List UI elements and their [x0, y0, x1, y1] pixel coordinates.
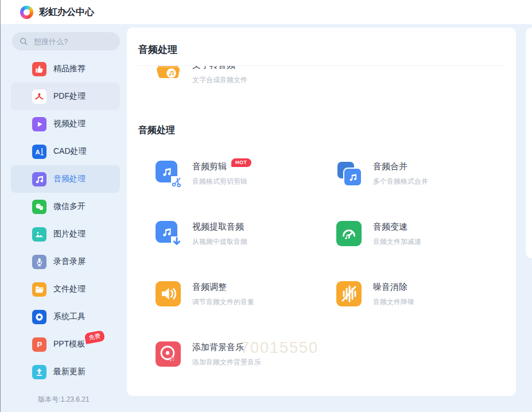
tool-item-音频变速[interactable]: 音频变速音频文件加减速: [336, 221, 516, 248]
pdf-icon: [32, 90, 46, 104]
audio-merge-icon: [336, 161, 364, 188]
tool-title: 噪音消除: [373, 282, 414, 293]
sidebar-item-label: 系统工具: [53, 312, 86, 322]
scrolled-tool-clip: 文字转音频 文字合成音频文件: [137, 66, 506, 99]
gear-icon: [32, 310, 46, 324]
tool-title: 视频提取音频: [192, 221, 247, 232]
audio-cut-icon: [156, 161, 183, 188]
sidebar-item-精品推荐[interactable]: 精品推荐: [11, 55, 120, 83]
sidebar-item-label: PDF处理: [53, 91, 86, 102]
tool-subtitle: 调节音频文件的音量: [192, 297, 254, 307]
sidebar-item-label: 文件处理: [53, 284, 86, 294]
tool-item-音频调整[interactable]: 音频调整调节音频文件的音量: [156, 281, 336, 309]
folder-icon: [32, 282, 46, 297]
tools-grid: 音频剪辑HOT音频格式剪切剪辑音频合并多个音频格式合并视频提取音频从视频中提取音…: [156, 161, 506, 369]
audio-speed-icon: [336, 221, 364, 248]
tool-subtitle: 从视频中提取音频: [192, 237, 247, 247]
tool-title: 音频变速: [373, 221, 421, 232]
tool-subtitle: 添加音频文件背景音乐: [192, 357, 261, 367]
tool-item-text-to-audio[interactable]: 文字转音频 文字合成音频文件: [156, 66, 506, 87]
sidebar-item-音频处理[interactable]: 音频处理: [11, 165, 120, 193]
sidebar-item-CAD处理[interactable]: ACAD处理: [11, 138, 120, 165]
down-arrow-icon: [171, 236, 182, 248]
watermark-text: 70015550: [240, 339, 319, 357]
sidebar-item-微信多开[interactable]: 微信多开: [11, 193, 120, 220]
sidebar-item-label: 视频处理: [53, 119, 86, 129]
wechat-icon: [32, 200, 46, 214]
sidebar-item-文件处理[interactable]: 文件处理: [11, 275, 120, 303]
tool-subtitle: 文字合成音频文件: [192, 75, 247, 85]
sidebar-item-最新更新[interactable]: 最新更新: [11, 358, 120, 386]
tool-item-音频剪辑[interactable]: 音频剪辑HOT音频格式剪切剪辑: [156, 161, 336, 188]
sidebar: 精品推荐PDF处理视频处理ACAD处理音频处理微信多开图片处理录音录屏文件处理系…: [1, 24, 127, 412]
video-extract-audio-icon: [156, 221, 183, 248]
audio-volume-icon: [156, 281, 183, 309]
hot-badge: HOT: [231, 158, 251, 167]
sidebar-item-PPT模板[interactable]: PPPT模板免费: [11, 331, 120, 358]
image-icon: [32, 227, 46, 242]
svg-text:P: P: [37, 340, 42, 349]
sidebar-item-图片处理[interactable]: 图片处理: [11, 220, 120, 248]
tool-item-音频合并[interactable]: 音频合并多个音频格式合并: [336, 161, 516, 188]
sidebar-item-label: CAD处理: [53, 146, 87, 157]
tool-item-视频提取音频[interactable]: 视频提取音频从视频中提取音频: [156, 221, 336, 248]
noise-remove-icon: [336, 281, 364, 309]
sidebar-item-label: 图片处理: [53, 229, 86, 239]
sidebar-menu: 精品推荐PDF处理视频处理ACAD处理音频处理微信多开图片处理录音录屏文件处理系…: [1, 55, 127, 386]
sidebar-item-label: PPT模板: [53, 339, 85, 349]
sidebar-item-label: 最新更新: [53, 367, 86, 377]
tool-item-噪音消除[interactable]: 噪音消除音频文件降噪: [336, 281, 516, 309]
tool-title: 文字转音频: [192, 66, 247, 71]
right-panel-partial-card: [526, 28, 532, 258]
tool-subtitle: 多个音频格式合并: [373, 177, 428, 186]
tool-title: 音频调整: [192, 282, 254, 293]
folder-music-icon: [156, 66, 183, 87]
sidebar-item-PDF处理[interactable]: PDF处理: [11, 83, 120, 110]
rainbow-logo-icon: [20, 6, 33, 19]
search-icon: [19, 37, 28, 46]
play-icon: [32, 117, 46, 131]
microphone-icon: [32, 255, 46, 269]
tool-subtitle: 音频文件降噪: [373, 297, 414, 307]
cad-icon: A: [32, 145, 46, 159]
free-badge: 免费: [83, 329, 106, 345]
sidebar-item-视频处理[interactable]: 视频处理: [11, 110, 120, 138]
sidebar-item-label: 音频处理: [53, 174, 86, 184]
main-content-card: 音频处理 文字转音频 文字合成音频文件 音频处理 音频剪辑HOT音频格式剪切剪辑…: [127, 28, 516, 396]
sidebar-item-录音录屏[interactable]: 录音录屏: [11, 248, 120, 275]
bg-music-icon: [156, 341, 183, 369]
tool-subtitle: 音频文件加减速: [373, 237, 421, 247]
page-title: 音频处理: [137, 28, 506, 66]
music-note-icon: [32, 172, 46, 186]
app-header: 彩虹办公中心: [1, 0, 532, 24]
version-label: 版本号:1.23.6.21: [1, 395, 127, 405]
tool-subtitle: 音频格式剪切剪辑: [192, 177, 251, 186]
search-input[interactable]: [33, 37, 113, 46]
ppt-icon: P: [32, 337, 46, 352]
tool-title: 音频剪辑HOT: [192, 161, 251, 172]
thumbs-up-icon: [32, 62, 46, 76]
section-title: 音频处理: [138, 125, 506, 137]
tool-title: 音频合并: [373, 161, 428, 172]
app-title: 彩虹办公中心: [39, 6, 94, 18]
upload-icon: [32, 365, 46, 379]
scissors-icon: [171, 176, 182, 188]
sidebar-item-label: 精品推荐: [53, 64, 86, 74]
search-box[interactable]: [12, 32, 120, 50]
svg-text:A: A: [36, 148, 40, 155]
sidebar-item-label: 录音录屏: [53, 256, 86, 267]
sidebar-item-系统工具[interactable]: 系统工具: [11, 303, 120, 331]
sidebar-item-label: 微信多开: [53, 201, 86, 212]
